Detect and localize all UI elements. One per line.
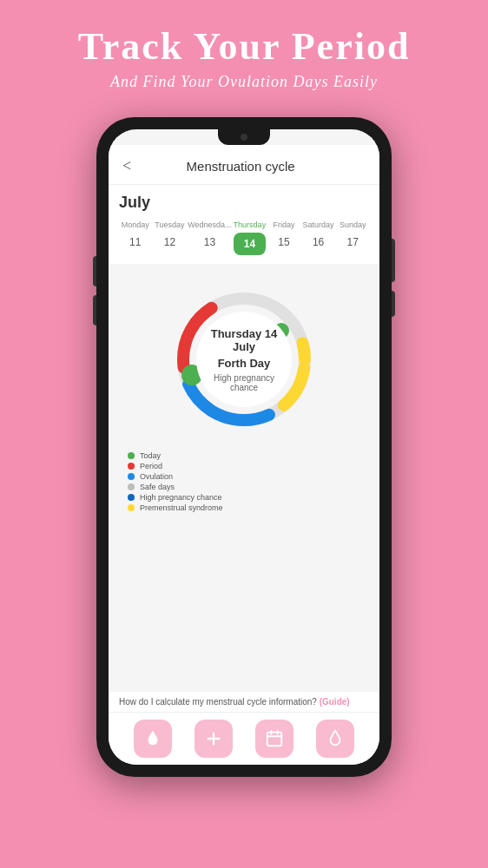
period-label: Period [140,462,162,470]
date-15[interactable]: 15 [267,233,300,255]
svg-rect-7 [267,733,282,746]
guide-question: How do I calculate my menstrual cycle in… [119,697,317,707]
safe-label: Safe days [140,483,175,491]
legend-period: Period [128,462,369,470]
vol-up-button [93,256,96,286]
day-thu: Thursday [234,219,267,231]
calendar-grid: Monday Tuesday Wednesda... Thursday Frid… [119,219,369,255]
day-sun: Sunday [336,219,369,231]
date-13[interactable]: 13 [188,233,231,255]
safe-dot [128,483,135,490]
phone-screen: < Menstruation cycle July Monday Tuesday… [109,129,379,765]
calendar-section: July Monday Tuesday Wednesda... Thursday… [109,185,379,264]
legend-premen: Premenstrual syndrome [128,503,369,512]
nav-drop2-button[interactable] [316,720,354,758]
app-bar: < Menstruation cycle [109,145,379,185]
month-label: July [119,194,369,212]
high-preg-dot [128,494,135,501]
phone-wrapper: < Menstruation cycle July Monday Tuesday… [0,117,488,777]
date-14[interactable]: 14 [234,233,267,255]
guide-link[interactable]: (Guide) [320,697,350,707]
today-label: Today [140,451,161,460]
chart-section: Thursday 14 July Forth Day High pregnanc… [109,264,379,692]
day-tue: Tuesday [154,219,187,231]
day-fri: Friday [267,219,300,231]
date-16[interactable]: 16 [302,233,335,255]
phone-frame: < Menstruation cycle July Monday Tuesday… [96,117,392,777]
legend-today: Today [128,451,369,460]
legend-high-preg: High pregnancy chance [128,493,369,502]
header-section: Track Your Period And Find Your Ovulatio… [0,0,488,108]
phone-camera [241,134,247,141]
vol-down-button [93,295,96,326]
legend-section: Today Period Ovulation Safe days [119,451,369,512]
nav-calendar-button[interactable] [255,720,293,758]
bottom-nav [109,712,379,765]
power-button [392,239,395,282]
today-dot [128,452,135,459]
day-sat: Saturday [302,219,335,231]
circle-center-text: Thursday 14 July Forth Day High pregnanc… [201,327,287,392]
day-wed: Wednesda... [188,219,231,231]
guide-text-area: How do I calculate my menstrual cycle in… [109,692,379,712]
circle-status: High pregnancy chance [201,373,287,392]
date-12[interactable]: 12 [154,233,187,255]
date-17[interactable]: 17 [336,233,369,255]
legend-ovulation: Ovulation [128,472,369,481]
circle-day: Forth Day [201,357,287,370]
date-11[interactable]: 11 [119,233,152,255]
day-mon: Monday [119,219,152,231]
nav-drop-button[interactable] [134,720,172,758]
back-button[interactable]: < [122,157,131,175]
premen-dot [128,504,135,511]
nav-add-button[interactable] [195,720,233,758]
premen-label: Premenstrual syndrome [140,503,223,512]
legend-safe: Safe days [128,483,369,491]
ovulation-dot [128,473,135,480]
ovulation-label: Ovulation [140,472,173,481]
power-button2 [392,291,395,317]
main-title: Track Your Period [17,26,471,68]
circle-chart: Thursday 14 July Forth Day High pregnanc… [157,273,331,446]
subtitle: And Find Your Ovulation Days Easily [17,73,471,91]
app-title: Menstruation cycle [140,159,341,174]
high-preg-label: High pregnancy chance [140,493,222,502]
circle-date: Thursday 14 July [201,327,287,353]
period-dot [128,463,135,470]
